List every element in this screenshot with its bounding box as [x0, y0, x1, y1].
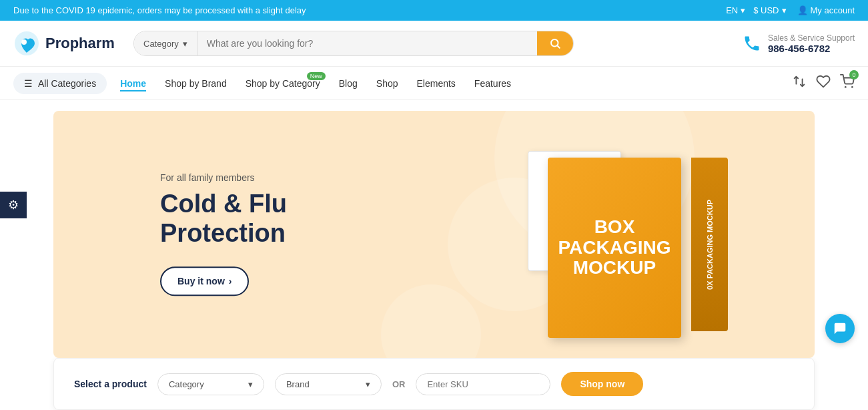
nav-items: Home Shop by Brand Shop by Category New …: [120, 77, 792, 89]
category-chevron-icon: ▾: [248, 379, 253, 389]
box-line2: PACKAGING: [558, 237, 671, 258]
search-category-dropdown[interactable]: Category ▾: [134, 31, 197, 55]
compare-icon: [792, 74, 807, 89]
nav-item-features[interactable]: Features: [474, 77, 511, 89]
nav-link-elements[interactable]: Elements: [417, 78, 456, 89]
banner-message: Due to the COVID 19 epidemic, orders may…: [13, 5, 306, 15]
hamburger-icon: ☰: [24, 78, 33, 89]
hero-image-area: Your logo your slogan BOX PACKAGING MOCK…: [508, 111, 775, 358]
arrow-right-icon: ›: [229, 276, 232, 287]
support-text: Sales & Service Support 986-456-6782: [768, 33, 855, 54]
logo[interactable]: Propharm: [13, 30, 120, 57]
top-banner-right: EN ▾ $ USD ▾ 👤 My account: [726, 5, 855, 15]
box-main: BOX PACKAGING MOCKUP: [548, 158, 681, 338]
search-input[interactable]: [197, 31, 537, 55]
nav-link-blog[interactable]: Blog: [339, 78, 358, 89]
nav-right-icons: 0: [792, 74, 855, 92]
hero-slider: For all family members Cold & FluProtect…: [53, 111, 815, 358]
wishlist-button[interactable]: [816, 74, 831, 92]
support-label: Sales & Service Support: [768, 33, 855, 43]
top-banner: Due to the COVID 19 epidemic, orders may…: [0, 0, 868, 21]
nav-link-home[interactable]: Home: [120, 78, 146, 91]
lang-chevron-icon: ▾: [741, 5, 745, 15]
product-selector: Select a product Category ▾ Brand ▾ OR S…: [53, 358, 815, 410]
logo-text: Propharm: [45, 35, 115, 52]
select-product-label: Select a product: [74, 379, 147, 389]
lang-label: EN: [726, 5, 738, 15]
heart-icon: [816, 74, 831, 89]
nav-item-elements[interactable]: Elements: [417, 77, 456, 89]
nav-link-shop[interactable]: Shop: [376, 78, 398, 89]
nav-item-shop-by-category[interactable]: Shop by Category New: [246, 77, 320, 89]
box-line1: BOX: [594, 216, 635, 237]
box-main-text: BOX PACKAGING MOCKUP: [558, 217, 671, 278]
search-category-label: Category: [143, 39, 179, 49]
hero-sub-text: For all family members: [160, 172, 287, 183]
brand-dropdown[interactable]: Brand ▾: [275, 373, 382, 395]
nav-item-home[interactable]: Home: [120, 77, 146, 89]
logo-icon: [13, 30, 40, 57]
support-info: Sales & Service Support 986-456-6782: [743, 33, 855, 54]
my-account-link[interactable]: 👤 My account: [797, 5, 855, 15]
hero-content: For all family members Cold & FluProtect…: [160, 172, 287, 296]
svg-point-4: [845, 86, 847, 88]
svg-point-1: [21, 39, 27, 45]
new-badge: New: [307, 72, 326, 80]
main-nav: ☰ All Categories Home Shop by Brand Shop…: [0, 67, 868, 100]
hero-buy-label: Buy it now: [177, 276, 225, 287]
or-text: OR: [392, 379, 406, 389]
sku-input[interactable]: [416, 373, 550, 395]
shop-now-label: Shop now: [580, 379, 624, 389]
box-line3: MOCKUP: [573, 257, 656, 278]
hero-buy-button[interactable]: Buy it now ›: [160, 267, 249, 296]
user-icon: 👤: [797, 5, 808, 15]
nav-item-shop-by-brand[interactable]: Shop by Brand: [165, 77, 227, 89]
compare-button[interactable]: [792, 74, 807, 92]
search-category-chevron-icon: ▾: [183, 39, 187, 49]
nav-link-features[interactable]: Features: [474, 78, 511, 89]
shop-now-button[interactable]: Shop now: [561, 372, 643, 396]
chat-button[interactable]: [825, 314, 855, 343]
category-dropdown-label: Category: [169, 379, 204, 389]
all-categories-button[interactable]: ☰ All Categories: [13, 73, 107, 94]
cart-count: 0: [849, 70, 859, 79]
svg-point-5: [851, 86, 853, 88]
search-bar: Category ▾: [133, 31, 574, 56]
gear-icon: ⚙: [8, 198, 19, 212]
category-dropdown[interactable]: Category ▾: [157, 373, 264, 395]
brand-chevron-icon: ▾: [366, 379, 370, 389]
svg-line-3: [557, 45, 560, 48]
hero-slider-wrapper: ‹ For all family members Cold & FluProte…: [0, 111, 868, 358]
phone-icon: [743, 34, 761, 53]
box-side: 0X PACKAGING MOCKUP: [691, 158, 728, 331]
currency-chevron-icon: ▾: [782, 5, 787, 15]
lang-currency: EN ▾ $ USD ▾: [726, 5, 786, 15]
nav-item-blog[interactable]: Blog: [339, 77, 358, 89]
hero-title: Cold & FluProtection: [160, 190, 287, 248]
cart-button[interactable]: 0: [840, 74, 855, 92]
currency-label: $ USD: [753, 5, 779, 15]
all-categories-label: All Categories: [38, 78, 96, 89]
my-account-label: My account: [811, 5, 855, 15]
nav-item-shop[interactable]: Shop: [376, 77, 398, 89]
search-icon: [549, 37, 561, 49]
nav-link-shop-by-brand[interactable]: Shop by Brand: [165, 78, 227, 89]
currency-selector[interactable]: $ USD ▾: [753, 5, 786, 15]
header: Propharm Category ▾ Sales & Service Supp…: [0, 21, 868, 67]
chat-icon: [833, 321, 847, 336]
brand-dropdown-label: Brand: [286, 379, 310, 389]
box-mockup: Your logo your slogan BOX PACKAGING MOCK…: [514, 118, 768, 351]
support-phone: 986-456-6782: [768, 43, 855, 54]
settings-gear[interactable]: ⚙: [0, 192, 27, 218]
box-side-text: 0X PACKAGING MOCKUP: [706, 200, 714, 290]
search-button[interactable]: [537, 31, 573, 55]
lang-selector[interactable]: EN ▾: [726, 5, 745, 15]
